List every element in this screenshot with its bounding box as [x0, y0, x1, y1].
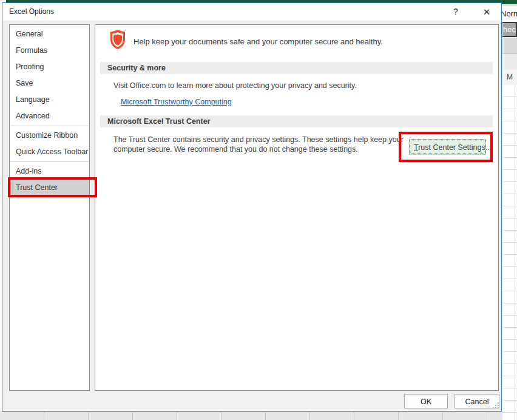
sidebar-item-advanced[interactable]: Advanced: [10, 108, 89, 124]
dialog-titlebar: Excel Options ? ✕: [2, 3, 501, 21]
sidebar-item-trust-center[interactable]: Trust Center: [10, 180, 89, 196]
security-section-body: Visit Office.com to learn more about pro…: [113, 81, 357, 90]
sidebar-item-language[interactable]: Language: [10, 92, 89, 108]
help-icon[interactable]: ?: [447, 3, 465, 21]
options-sidebar: GeneralFormulasProofingSaveLanguageAdvan…: [9, 24, 90, 391]
dialog-title: Excel Options: [9, 3, 54, 21]
trust-center-settings-button[interactable]: Trust Center Settings...: [410, 140, 485, 154]
trust-section-body-line1: The Trust Center contains security and p…: [113, 135, 404, 144]
close-icon[interactable]: ✕: [478, 3, 496, 21]
intro-text: Help keep your documents safe and your c…: [133, 25, 383, 59]
formula-bar-band: [502, 54, 517, 70]
cell-style-normal[interactable]: Norm: [502, 5, 517, 22]
microsoft-trustworthy-computing-link[interactable]: Microsoft Trustworthy Computing: [121, 98, 232, 106]
sidebar-item-proofing[interactable]: Proofing: [10, 59, 89, 75]
excel-options-dialog: Excel Options ? ✕ GeneralFormulasProofin…: [2, 2, 502, 412]
sidebar-item-customize-ribbon[interactable]: Customize Ribbon: [10, 127, 89, 144]
resize-grip[interactable]: [493, 402, 499, 408]
security-shield-icon: [109, 29, 126, 50]
ok-button[interactable]: OK: [404, 394, 448, 408]
cell-style-check-cell[interactable]: hec: [502, 22, 517, 37]
options-content-panel: Help keep your documents safe and your c…: [95, 24, 499, 391]
sidebar-item-formulas[interactable]: Formulas: [10, 42, 89, 59]
intro-row: Help keep your documents safe and your c…: [95, 25, 498, 59]
sidebar-item-add-ins[interactable]: Add-ins: [10, 163, 89, 180]
excel-background-right-strip: Norm hec M: [502, 4, 517, 420]
sidebar-item-quick-access-toolbar[interactable]: Quick Access Toolbar: [10, 144, 89, 160]
trust-center-settings-label: rust Center Settings...: [418, 143, 492, 152]
ribbon-band: [502, 38, 517, 54]
trust-section-body-line2: computer secure. We recommend that you d…: [113, 145, 358, 154]
section-header-security-and-more: Security & more: [100, 62, 493, 74]
column-header-m[interactable]: M: [502, 69, 517, 86]
excel-grid-bottom-strip: [0, 412, 502, 420]
screen: Norm hec M Excel Options ? ✕ GeneralForm…: [0, 0, 517, 420]
sidebar-item-save[interactable]: Save: [10, 75, 89, 92]
section-header-microsoft-excel-trust-center: Microsoft Excel Trust Center: [100, 115, 493, 127]
sidebar-item-general[interactable]: General: [10, 26, 89, 42]
worksheet-grid-vline: [515, 85, 515, 420]
sidebar-separator: [10, 126, 89, 126]
sidebar-separator: [10, 161, 89, 162]
